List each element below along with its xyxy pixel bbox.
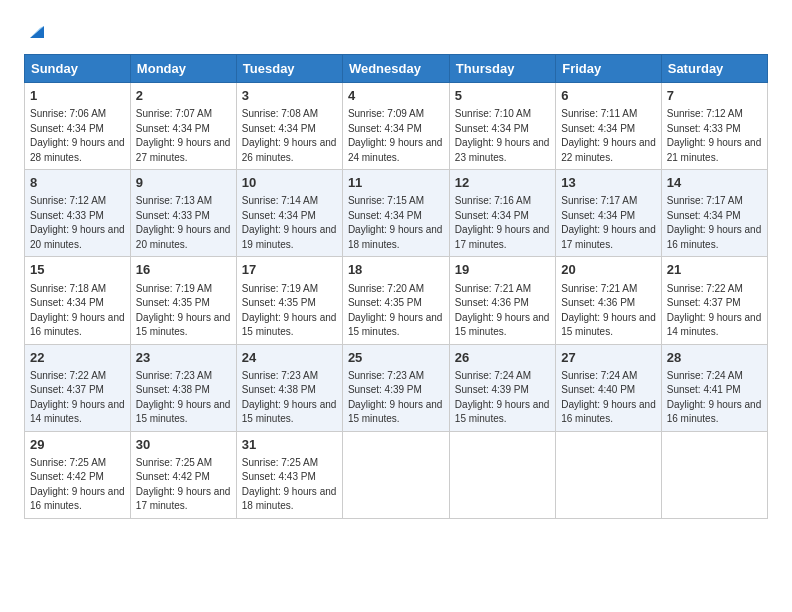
calendar-cell (449, 431, 555, 518)
calendar-cell: 14Sunrise: 7:17 AMSunset: 4:34 PMDayligh… (661, 170, 767, 257)
day-info: Sunrise: 7:17 AMSunset: 4:34 PMDaylight:… (667, 194, 762, 252)
calendar-cell (661, 431, 767, 518)
calendar-cell (556, 431, 662, 518)
day-number: 26 (455, 349, 550, 367)
day-info: Sunrise: 7:09 AMSunset: 4:34 PMDaylight:… (348, 107, 444, 165)
day-number: 23 (136, 349, 231, 367)
day-number: 27 (561, 349, 656, 367)
calendar-cell: 22Sunrise: 7:22 AMSunset: 4:37 PMDayligh… (25, 344, 131, 431)
calendar-header-row: SundayMondayTuesdayWednesdayThursdayFrid… (25, 55, 768, 83)
day-info: Sunrise: 7:23 AMSunset: 4:39 PMDaylight:… (348, 369, 444, 427)
day-info: Sunrise: 7:07 AMSunset: 4:34 PMDaylight:… (136, 107, 231, 165)
calendar-cell: 9Sunrise: 7:13 AMSunset: 4:33 PMDaylight… (130, 170, 236, 257)
day-number: 29 (30, 436, 125, 454)
day-info: Sunrise: 7:22 AMSunset: 4:37 PMDaylight:… (667, 282, 762, 340)
calendar-cell: 12Sunrise: 7:16 AMSunset: 4:34 PMDayligh… (449, 170, 555, 257)
day-info: Sunrise: 7:08 AMSunset: 4:34 PMDaylight:… (242, 107, 337, 165)
calendar-cell: 25Sunrise: 7:23 AMSunset: 4:39 PMDayligh… (342, 344, 449, 431)
day-info: Sunrise: 7:14 AMSunset: 4:34 PMDaylight:… (242, 194, 337, 252)
calendar-cell: 29Sunrise: 7:25 AMSunset: 4:42 PMDayligh… (25, 431, 131, 518)
day-info: Sunrise: 7:12 AMSunset: 4:33 PMDaylight:… (667, 107, 762, 165)
calendar-week-row: 22Sunrise: 7:22 AMSunset: 4:37 PMDayligh… (25, 344, 768, 431)
day-number: 7 (667, 87, 762, 105)
day-info: Sunrise: 7:22 AMSunset: 4:37 PMDaylight:… (30, 369, 125, 427)
calendar-cell (342, 431, 449, 518)
calendar-cell: 18Sunrise: 7:20 AMSunset: 4:35 PMDayligh… (342, 257, 449, 344)
calendar-week-row: 1Sunrise: 7:06 AMSunset: 4:34 PMDaylight… (25, 83, 768, 170)
day-number: 14 (667, 174, 762, 192)
day-number: 20 (561, 261, 656, 279)
day-number: 24 (242, 349, 337, 367)
header (24, 20, 768, 42)
day-number: 25 (348, 349, 444, 367)
calendar-cell: 23Sunrise: 7:23 AMSunset: 4:38 PMDayligh… (130, 344, 236, 431)
calendar-cell: 16Sunrise: 7:19 AMSunset: 4:35 PMDayligh… (130, 257, 236, 344)
day-info: Sunrise: 7:18 AMSunset: 4:34 PMDaylight:… (30, 282, 125, 340)
calendar-cell: 7Sunrise: 7:12 AMSunset: 4:33 PMDaylight… (661, 83, 767, 170)
day-info: Sunrise: 7:24 AMSunset: 4:39 PMDaylight:… (455, 369, 550, 427)
day-info: Sunrise: 7:24 AMSunset: 4:41 PMDaylight:… (667, 369, 762, 427)
day-info: Sunrise: 7:19 AMSunset: 4:35 PMDaylight:… (136, 282, 231, 340)
day-info: Sunrise: 7:25 AMSunset: 4:42 PMDaylight:… (30, 456, 125, 514)
calendar-week-row: 15Sunrise: 7:18 AMSunset: 4:34 PMDayligh… (25, 257, 768, 344)
calendar-week-row: 8Sunrise: 7:12 AMSunset: 4:33 PMDaylight… (25, 170, 768, 257)
calendar-cell: 21Sunrise: 7:22 AMSunset: 4:37 PMDayligh… (661, 257, 767, 344)
day-number: 21 (667, 261, 762, 279)
calendar-cell: 26Sunrise: 7:24 AMSunset: 4:39 PMDayligh… (449, 344, 555, 431)
calendar-cell: 17Sunrise: 7:19 AMSunset: 4:35 PMDayligh… (236, 257, 342, 344)
calendar-cell: 1Sunrise: 7:06 AMSunset: 4:34 PMDaylight… (25, 83, 131, 170)
day-header-friday: Friday (556, 55, 662, 83)
day-number: 12 (455, 174, 550, 192)
calendar-cell: 15Sunrise: 7:18 AMSunset: 4:34 PMDayligh… (25, 257, 131, 344)
calendar-cell: 5Sunrise: 7:10 AMSunset: 4:34 PMDaylight… (449, 83, 555, 170)
day-number: 3 (242, 87, 337, 105)
day-header-tuesday: Tuesday (236, 55, 342, 83)
day-number: 4 (348, 87, 444, 105)
day-number: 9 (136, 174, 231, 192)
day-info: Sunrise: 7:15 AMSunset: 4:34 PMDaylight:… (348, 194, 444, 252)
day-info: Sunrise: 7:20 AMSunset: 4:35 PMDaylight:… (348, 282, 444, 340)
day-number: 19 (455, 261, 550, 279)
day-number: 6 (561, 87, 656, 105)
calendar-cell: 19Sunrise: 7:21 AMSunset: 4:36 PMDayligh… (449, 257, 555, 344)
day-info: Sunrise: 7:11 AMSunset: 4:34 PMDaylight:… (561, 107, 656, 165)
logo (24, 20, 48, 42)
day-number: 30 (136, 436, 231, 454)
day-info: Sunrise: 7:21 AMSunset: 4:36 PMDaylight:… (455, 282, 550, 340)
calendar-cell: 27Sunrise: 7:24 AMSunset: 4:40 PMDayligh… (556, 344, 662, 431)
calendar-cell: 10Sunrise: 7:14 AMSunset: 4:34 PMDayligh… (236, 170, 342, 257)
day-number: 5 (455, 87, 550, 105)
day-info: Sunrise: 7:25 AMSunset: 4:42 PMDaylight:… (136, 456, 231, 514)
day-number: 28 (667, 349, 762, 367)
calendar-cell: 11Sunrise: 7:15 AMSunset: 4:34 PMDayligh… (342, 170, 449, 257)
day-info: Sunrise: 7:21 AMSunset: 4:36 PMDaylight:… (561, 282, 656, 340)
calendar-cell: 13Sunrise: 7:17 AMSunset: 4:34 PMDayligh… (556, 170, 662, 257)
day-info: Sunrise: 7:24 AMSunset: 4:40 PMDaylight:… (561, 369, 656, 427)
day-header-wednesday: Wednesday (342, 55, 449, 83)
calendar-cell: 8Sunrise: 7:12 AMSunset: 4:33 PMDaylight… (25, 170, 131, 257)
day-number: 11 (348, 174, 444, 192)
day-info: Sunrise: 7:06 AMSunset: 4:34 PMDaylight:… (30, 107, 125, 165)
day-info: Sunrise: 7:12 AMSunset: 4:33 PMDaylight:… (30, 194, 125, 252)
day-header-monday: Monday (130, 55, 236, 83)
day-header-saturday: Saturday (661, 55, 767, 83)
calendar-cell: 2Sunrise: 7:07 AMSunset: 4:34 PMDaylight… (130, 83, 236, 170)
day-info: Sunrise: 7:16 AMSunset: 4:34 PMDaylight:… (455, 194, 550, 252)
calendar-cell: 3Sunrise: 7:08 AMSunset: 4:34 PMDaylight… (236, 83, 342, 170)
day-number: 31 (242, 436, 337, 454)
day-info: Sunrise: 7:25 AMSunset: 4:43 PMDaylight:… (242, 456, 337, 514)
calendar-table: SundayMondayTuesdayWednesdayThursdayFrid… (24, 54, 768, 519)
day-info: Sunrise: 7:23 AMSunset: 4:38 PMDaylight:… (242, 369, 337, 427)
day-number: 18 (348, 261, 444, 279)
calendar-cell: 30Sunrise: 7:25 AMSunset: 4:42 PMDayligh… (130, 431, 236, 518)
day-number: 13 (561, 174, 656, 192)
day-header-thursday: Thursday (449, 55, 555, 83)
calendar-week-row: 29Sunrise: 7:25 AMSunset: 4:42 PMDayligh… (25, 431, 768, 518)
day-info: Sunrise: 7:17 AMSunset: 4:34 PMDaylight:… (561, 194, 656, 252)
day-number: 2 (136, 87, 231, 105)
logo-triangle-icon (26, 20, 48, 42)
calendar-cell: 20Sunrise: 7:21 AMSunset: 4:36 PMDayligh… (556, 257, 662, 344)
day-number: 22 (30, 349, 125, 367)
day-number: 10 (242, 174, 337, 192)
day-number: 15 (30, 261, 125, 279)
